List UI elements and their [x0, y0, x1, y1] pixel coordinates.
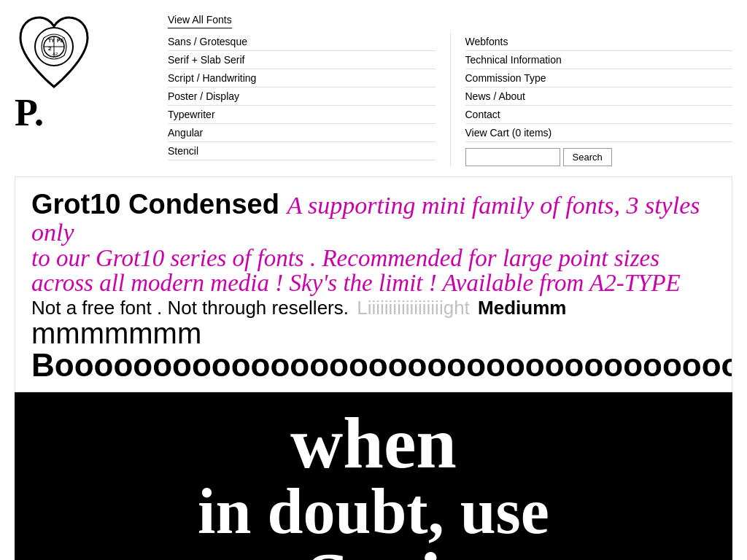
svg-text:A2: A2 [53, 52, 58, 56]
nav-news[interactable]: News / About [465, 88, 733, 106]
banner1-title: Grot10 Condensed [31, 189, 279, 219]
logo-icon[interactable]: TY PE 2 A2 [15, 10, 168, 97]
nav-angular[interactable]: Angular [168, 124, 436, 142]
nav-cart[interactable]: View Cart (0 items) [465, 124, 733, 142]
banner-2: when in doubt, use Seri [15, 392, 732, 560]
banner1-line1: Grot10 Condensed A supporting mini famil… [31, 190, 716, 246]
nav-stencil[interactable]: Stencil [168, 142, 436, 160]
search-button[interactable]: Search [563, 148, 612, 166]
banner1-line4: Not a free font . Not through resellers.… [31, 298, 716, 319]
nav-serif[interactable]: Serif + Slab Serif [168, 51, 436, 69]
svg-text:2: 2 [48, 45, 52, 52]
nav-script[interactable]: Script / Handwriting [168, 69, 436, 88]
nav-webfonts[interactable]: Webfonts [465, 33, 733, 51]
logo-area: TY PE 2 A2 P. [15, 10, 168, 132]
search-input[interactable] [465, 148, 560, 166]
view-all-fonts-link[interactable]: View All Fonts [168, 14, 232, 28]
search-row: Search [465, 148, 733, 166]
banner1-line3: across all modern media ! Sky's the limi… [31, 271, 716, 296]
svg-text:PE: PE [57, 38, 64, 43]
banner1-bold-b: Booooooooooooooooooooooooooooooooooooooo… [31, 347, 732, 383]
nav-container: View All Fonts Sans / Grotesque Serif + … [168, 10, 732, 166]
nav-typewriter[interactable]: Typewriter [168, 106, 436, 124]
banner1-light-m: mmmmmmm [31, 317, 201, 349]
banner2-serif: Seri [32, 541, 715, 560]
banner1-line2: to our Grot10 series of fonts . Recommen… [31, 246, 716, 271]
nav-poster[interactable]: Poster / Display [168, 88, 436, 106]
nav-commission[interactable]: Commission Type [465, 69, 733, 88]
banner2-when: when [32, 407, 715, 480]
banner1-line5: mmmmmmm Booooooooooooooooooooooooooooooo… [31, 318, 716, 382]
nav-technical[interactable]: Technical Information [465, 51, 733, 69]
banner1-nonfree: Not a free font . Not through resellers. [31, 297, 349, 319]
banner1-light: Liiiiiiiiiiiiiiiiiight [357, 297, 470, 319]
banner-1: Grot10 Condensed A supporting mini famil… [15, 176, 732, 392]
logo-letter: P. [15, 94, 168, 132]
banner1-medium: Mediumm [478, 297, 566, 319]
banner2-doubt: in doubt, use [32, 480, 715, 544]
nav-col-1: Sans / Grotesque Serif + Slab Serif Scri… [168, 33, 451, 166]
nav-sans[interactable]: Sans / Grotesque [168, 33, 436, 51]
nav-contact[interactable]: Contact [465, 106, 733, 124]
nav-col-2: Webfonts Technical Information Commissio… [465, 33, 733, 166]
